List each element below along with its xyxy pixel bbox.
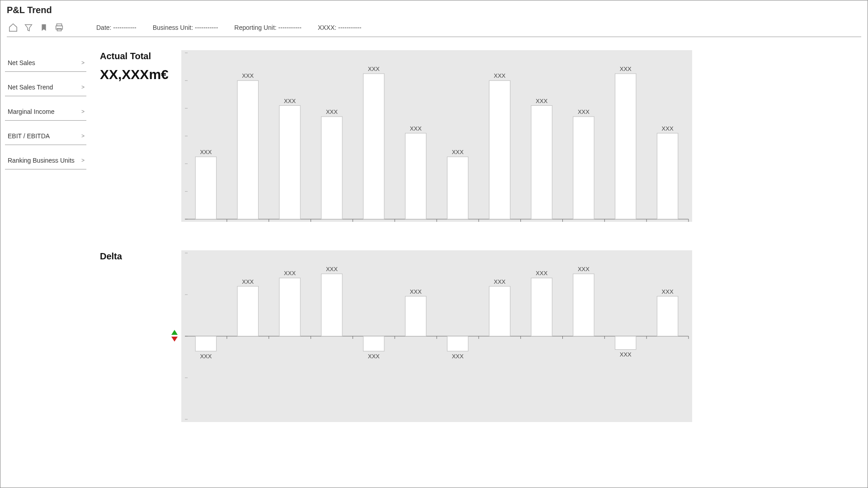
filter-extra[interactable]: XXXX: ----------- xyxy=(318,24,361,31)
bar-label: XXX xyxy=(452,353,463,360)
print-icon[interactable] xyxy=(53,21,66,34)
filter-bu-label: Business Unit: xyxy=(153,24,193,31)
page-title: P&L Trend xyxy=(7,5,861,18)
filter-reporting-unit[interactable]: Reporting Unit: ----------- xyxy=(234,24,302,31)
chevron-right-icon: > xyxy=(81,133,85,139)
bar xyxy=(363,336,384,351)
filter-x-label: XXXX: xyxy=(318,24,336,31)
sidebar-item-marginal-income[interactable]: Marginal Income > xyxy=(5,103,86,121)
bar xyxy=(195,336,216,351)
chart-delta: XXXXXXXXXXXXXXXXXXXXXXXXXXXXXXXXXXXX xyxy=(181,250,692,423)
filter-date-label: Date: xyxy=(96,24,111,31)
bar-label: XXX xyxy=(494,72,505,79)
chart-actual-total: XXXXXXXXXXXXXXXXXXXXXXXXXXXXXXXXXXXX xyxy=(181,50,692,223)
sidebar-item-ranking-bu[interactable]: Ranking Business Units > xyxy=(5,151,86,169)
sidebar-item-label: EBIT / EBITDA xyxy=(8,132,50,140)
triangle-up-icon xyxy=(171,330,178,335)
bar xyxy=(237,80,258,219)
bar xyxy=(531,278,552,336)
sidebar-item-net-sales[interactable]: Net Sales > xyxy=(5,54,86,72)
filter-x-value: ----------- xyxy=(338,24,361,31)
bar-label: XXX xyxy=(326,108,338,115)
bar xyxy=(195,157,216,219)
chart-title-delta: Delta xyxy=(100,251,181,262)
toolbar: Date: ----------- Business Unit: -------… xyxy=(7,18,861,37)
sidebar-item-net-sales-trend[interactable]: Net Sales Trend > xyxy=(5,78,86,96)
kpi-actual-total: XX,XXXm€ xyxy=(100,67,181,82)
bar xyxy=(237,286,258,336)
bar xyxy=(279,278,300,336)
bar-label: XXX xyxy=(662,125,674,132)
chevron-right-icon: > xyxy=(81,60,85,66)
bar xyxy=(489,80,510,219)
home-icon[interactable] xyxy=(7,21,19,34)
bar xyxy=(321,117,342,219)
filter-icon[interactable] xyxy=(22,21,35,34)
filter-date-value: ----------- xyxy=(113,24,136,31)
delta-direction-indicator xyxy=(171,330,178,342)
bar-label: XXX xyxy=(200,353,212,360)
bar-label: XXX xyxy=(410,125,422,132)
bar xyxy=(489,286,510,336)
filter-bu-value: ----------- xyxy=(195,24,218,31)
bar-label: XXX xyxy=(578,108,590,115)
bar-label: XXX xyxy=(578,266,590,272)
bar-label: XXX xyxy=(326,266,338,272)
bar xyxy=(615,74,636,219)
bar xyxy=(405,296,426,336)
bar-label: XXX xyxy=(284,98,296,104)
bar xyxy=(447,336,468,351)
bar-label: XXX xyxy=(368,66,380,72)
sidebar-item-label: Marginal Income xyxy=(8,108,55,115)
bar xyxy=(657,133,678,219)
bar xyxy=(615,336,636,349)
bar xyxy=(573,117,594,219)
bar xyxy=(363,74,384,219)
bar xyxy=(279,106,300,219)
bar-label: XXX xyxy=(494,278,505,285)
triangle-down-icon xyxy=(171,337,178,342)
bookmark-icon[interactable] xyxy=(38,21,50,34)
bar-label: XXX xyxy=(368,353,380,360)
sidebar-item-label: Ranking Business Units xyxy=(8,157,75,164)
bar-label: XXX xyxy=(536,270,547,277)
bar-label: XXX xyxy=(620,351,632,358)
bar xyxy=(405,133,426,219)
filter-date[interactable]: Date: ----------- xyxy=(96,24,137,31)
chart-title-actual: Actual Total xyxy=(100,51,181,61)
bar xyxy=(531,106,552,219)
chevron-right-icon: > xyxy=(81,84,85,90)
bar xyxy=(573,274,594,336)
sidebar: Net Sales > Net Sales Trend > Marginal I… xyxy=(0,41,91,488)
bar-label: XXX xyxy=(242,278,254,285)
bar-label: XXX xyxy=(410,288,422,295)
bar-label: XXX xyxy=(284,270,296,277)
svg-rect-2 xyxy=(57,28,61,31)
filter-business-unit[interactable]: Business Unit: ----------- xyxy=(153,24,218,31)
bar xyxy=(657,296,678,336)
bar xyxy=(447,157,468,219)
bar-label: XXX xyxy=(620,66,632,72)
chevron-right-icon: > xyxy=(81,108,85,115)
sidebar-item-label: Net Sales Trend xyxy=(8,84,53,91)
bar-label: XXX xyxy=(662,288,674,295)
sidebar-item-label: Net Sales xyxy=(8,59,35,66)
sidebar-item-ebit-ebitda[interactable]: EBIT / EBITDA > xyxy=(5,127,86,145)
bar-label: XXX xyxy=(200,149,212,155)
bar-label: XXX xyxy=(536,98,547,104)
bar xyxy=(321,274,342,336)
bar-label: XXX xyxy=(242,72,254,79)
bar-label: XXX xyxy=(452,149,463,155)
chevron-right-icon: > xyxy=(81,157,85,164)
filter-ru-label: Reporting Unit: xyxy=(234,24,276,31)
filter-ru-value: ----------- xyxy=(278,24,302,31)
